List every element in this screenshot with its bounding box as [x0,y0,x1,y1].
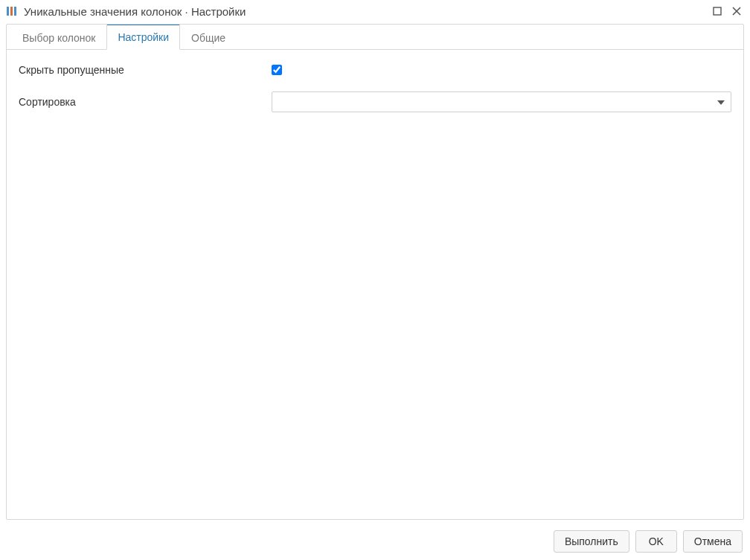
svg-rect-1 [10,7,13,16]
execute-button[interactable]: Выполнить [554,530,629,553]
sort-select[interactable] [272,91,731,112]
titlebar: Уникальные значения колонок · Настройки [0,0,750,24]
hide-missing-checkbox[interactable] [272,65,282,75]
maximize-button[interactable] [711,5,723,17]
tab-general[interactable]: Общие [180,25,237,50]
hide-missing-label: Скрыть пропущенные [19,64,272,76]
tab-content: Скрыть пропущенные Сортировка [7,50,743,519]
sort-label: Сортировка [19,96,272,108]
app-icon [6,5,18,17]
window-controls [711,5,743,17]
ok-button[interactable]: OK [635,530,677,553]
tab-settings[interactable]: Настройки [106,24,180,50]
content-frame: Выбор колонок Настройки Общие Скрыть про… [6,24,744,520]
close-button[interactable] [731,5,743,17]
tab-label: Настройки [118,31,169,43]
window-title: Уникальные значения колонок · Настройки [24,5,711,18]
hide-missing-control [272,65,731,75]
tab-label: Выбор колонок [22,32,95,44]
cancel-button[interactable]: Отмена [683,530,743,553]
sort-control [272,91,731,112]
svg-rect-2 [14,7,16,16]
footer: Выполнить OK Отмена [0,524,750,560]
row-hide-missing: Скрыть пропущенные [19,60,731,80]
chevron-down-icon [717,98,725,106]
tab-column-select[interactable]: Выбор колонок [11,25,106,50]
svg-marker-6 [717,100,725,105]
svg-rect-3 [714,7,721,15]
svg-rect-0 [7,7,9,16]
tab-label: Общие [191,32,225,44]
tabs-bar: Выбор колонок Настройки Общие [7,25,743,50]
row-sort: Сортировка [19,91,731,112]
